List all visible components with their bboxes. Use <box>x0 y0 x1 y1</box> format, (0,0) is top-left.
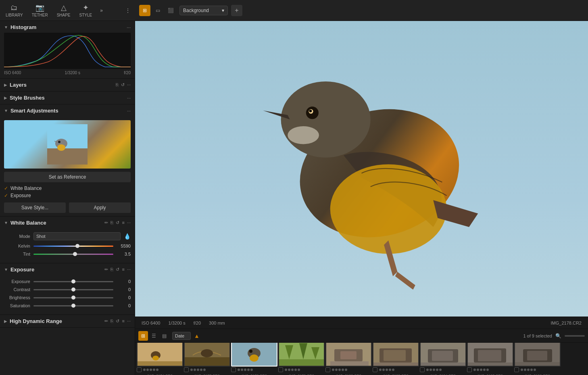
wb-tint-track[interactable] <box>33 254 113 255</box>
film-checkbox-2183[interactable] <box>373 367 377 372</box>
film-item-2185[interactable]: IMG_2185.CR2 <box>467 343 513 375</box>
brightness-slider-track[interactable] <box>33 297 113 298</box>
film-checkbox-2184[interactable] <box>420 367 425 372</box>
film-dot-5 <box>345 369 347 371</box>
exposure-slider-thumb[interactable] <box>71 279 75 283</box>
film-item-2178[interactable]: IMG_2178.CR2 <box>231 343 277 375</box>
layers-copy-icon[interactable]: ⎘ <box>116 82 119 88</box>
shape-tool[interactable]: △ SHAPE <box>54 2 73 19</box>
smart-adj-header[interactable]: ▼ Smart Adjustments ··· <box>0 104 135 117</box>
saturation-slider-track[interactable] <box>33 305 113 306</box>
style-brushes-header[interactable]: ▶ Style Brushes ··· <box>0 92 135 104</box>
film-dot-3 <box>433 369 435 371</box>
smart-adj-title: Smart Adjustments <box>10 108 125 114</box>
hdr-list-icon[interactable]: ≡ <box>122 319 124 324</box>
apply-button[interactable]: Apply <box>69 202 131 213</box>
library-label: LIBRARY <box>6 13 23 17</box>
view-compare-icon[interactable]: ⬛ <box>165 5 176 16</box>
hdr-header[interactable]: ▶ High Dynamic Range ✏ ⎘ ↺ ≡ ··· <box>0 315 135 327</box>
filmstrip-grid-icon[interactable]: ⊞ <box>138 331 148 341</box>
wb-mode-select[interactable]: Shot Auto Daylight Cloudy Custom <box>33 232 121 240</box>
film-dot-3 <box>338 369 341 371</box>
wb-list-icon[interactable]: ≡ <box>122 220 124 225</box>
tool-expand-button[interactable]: » <box>98 6 104 15</box>
film-name-2186: IMG_2186.CR2 <box>514 374 561 375</box>
exp-list-icon[interactable]: ≡ <box>122 267 124 272</box>
histogram-more[interactable]: ··· <box>127 25 131 30</box>
filmstrip-search-icon[interactable]: 🔍 <box>555 333 561 339</box>
filmstrip-detail-icon[interactable]: ▤ <box>159 331 169 341</box>
film-checkbox-2182[interactable] <box>325 367 330 372</box>
film-checkbox-2185[interactable] <box>467 367 472 372</box>
tool-more-button[interactable]: ⋮ <box>124 6 132 15</box>
film-dot-2 <box>241 369 243 371</box>
library-tool[interactable]: 🗂 LIBRARY <box>3 2 25 19</box>
layers-undo-icon[interactable]: ↺ <box>121 82 125 88</box>
film-item-2174[interactable]: IMG_2174.CR2 <box>137 343 183 375</box>
histogram-iso: ISO 6400 <box>4 71 21 75</box>
wb-more-icon[interactable]: ··· <box>127 220 131 225</box>
style-brushes-more-icon[interactable]: ··· <box>127 96 131 100</box>
film-item-2177[interactable]: IMG_2177.CR2 <box>184 343 230 375</box>
film-item-2184[interactable]: IMG_2184.CR2 <box>420 343 466 375</box>
wb-pencil-icon[interactable]: ✏ <box>104 220 108 225</box>
view-single-icon[interactable]: ▭ <box>152 5 163 16</box>
contrast-slider-track[interactable] <box>33 289 113 290</box>
photo-view[interactable] <box>135 21 588 317</box>
histogram-toggle[interactable]: ▼ <box>4 25 8 29</box>
layers-more-icon[interactable]: ··· <box>127 82 131 88</box>
film-img-2178 <box>231 343 277 367</box>
filmstrip-size-slider[interactable] <box>565 335 585 337</box>
wb-undo-icon[interactable]: ↺ <box>116 220 119 225</box>
film-dot-1 <box>143 369 146 371</box>
film-checkbox-2179[interactable] <box>278 367 283 372</box>
film-checkbox-2178[interactable] <box>231 367 236 372</box>
saturation-slider-thumb[interactable] <box>71 304 75 308</box>
brightness-slider-thumb[interactable] <box>71 296 75 300</box>
sort-select[interactable]: Date Name Rating <box>172 332 191 340</box>
film-checkbox-2174[interactable] <box>137 367 142 372</box>
film-dot-2 <box>194 369 196 371</box>
layers-header[interactable]: ▶ Layers ⎘ ↺ ··· <box>0 79 135 91</box>
wb-tint-thumb[interactable] <box>73 252 77 256</box>
exposure-header[interactable]: ▼ Exposure ✏ ⎘ ↺ ≡ ··· <box>0 263 135 276</box>
film-name-2177: IMG_2177.CR2 <box>184 374 230 375</box>
hdr-more-icon[interactable]: ··· <box>127 319 131 324</box>
film-name-2174: IMG_2174.CR2 <box>137 374 183 375</box>
film-item-2179[interactable]: IMG_2179.CR2 <box>278 343 325 375</box>
wb-mode-row: Mode Shot Auto Daylight Cloudy Custom 💧 <box>4 232 131 240</box>
exposure-slider-track[interactable] <box>33 281 113 282</box>
brightness-slider-row: Brightness 0 <box>4 295 131 300</box>
hdr-pencil-icon[interactable]: ✏ <box>104 319 108 324</box>
wb-kelvin-thumb[interactable] <box>75 244 79 248</box>
photo-statusbar: ISO 6400 1/3200 s f/20 300 mm IMG_2178.C… <box>135 317 588 329</box>
film-item-2186[interactable]: IMG_2186.CR2 <box>514 343 561 375</box>
add-button[interactable]: + <box>231 5 242 16</box>
film-checkbox-2177[interactable] <box>184 367 189 372</box>
set-reference-button[interactable]: Set as Reference <box>4 172 131 182</box>
film-item-2182[interactable]: IMG_2182.CR2 <box>325 343 372 375</box>
view-grid-icon[interactable]: ⊞ <box>139 5 150 16</box>
tether-tool[interactable]: 📷 TETHER <box>29 2 50 19</box>
histogram-header: ▼ Histogram ··· <box>4 24 131 30</box>
white-balance-header[interactable]: ▼ White Balance ✏ ⎘ ↺ ≡ ··· <box>0 217 135 229</box>
style-tool[interactable]: ✦ STYLE <box>77 2 95 19</box>
svg-point-11 <box>309 110 312 112</box>
wb-copy-icon[interactable]: ⎘ <box>111 220 113 225</box>
film-checkbox-2186[interactable] <box>514 367 519 372</box>
wb-picker-icon[interactable]: 💧 <box>124 233 131 240</box>
hdr-undo-icon[interactable]: ↺ <box>116 319 119 324</box>
save-style-button[interactable]: Save Style... <box>4 202 66 213</box>
wb-kelvin-track[interactable] <box>33 246 113 247</box>
filmstrip-list-icon[interactable]: ☰ <box>149 331 158 341</box>
smart-adj-more-icon[interactable]: ··· <box>127 108 131 113</box>
contrast-slider-thumb[interactable] <box>71 288 75 292</box>
sort-arrow-icon[interactable]: ▲ <box>194 333 200 339</box>
exp-copy-icon[interactable]: ⎘ <box>111 267 113 272</box>
film-item-2183[interactable]: IMG_2183.CR2 <box>373 343 419 375</box>
hdr-copy-icon[interactable]: ⎘ <box>111 319 113 324</box>
exp-pencil-icon[interactable]: ✏ <box>104 267 108 272</box>
exp-undo-icon[interactable]: ↺ <box>116 267 119 272</box>
background-select[interactable]: Background ▾ <box>179 6 228 15</box>
exp-more-icon[interactable]: ··· <box>127 267 131 272</box>
